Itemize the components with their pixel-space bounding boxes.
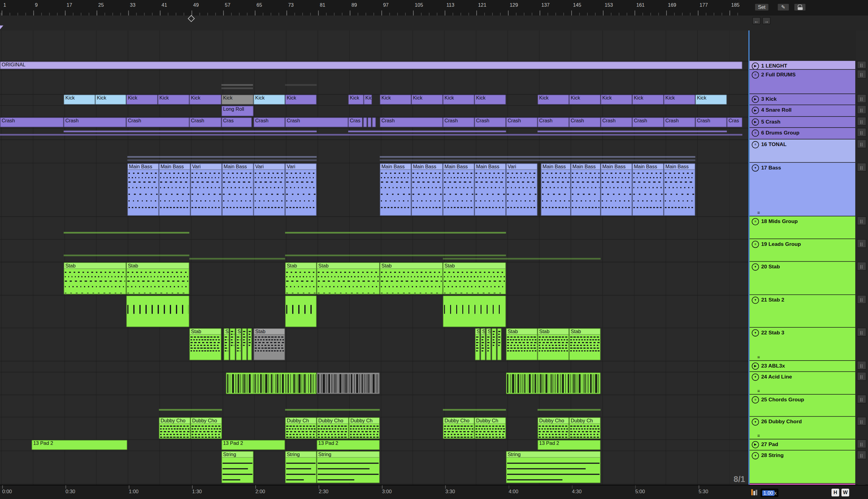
- fold-icon[interactable]: ▾: [752, 164, 759, 172]
- track-header-leads-group[interactable]: ≡19 Leads Group: [750, 239, 855, 262]
- play-icon[interactable]: ▶: [752, 96, 759, 103]
- track-lane-stab2[interactable]: [0, 295, 748, 327]
- clip-stab3[interactable]: [230, 328, 235, 360]
- lock-envelopes-button[interactable]: [794, 3, 806, 11]
- track-header-stab[interactable]: ▾20 Stab: [750, 262, 855, 295]
- track-lane-crash[interactable]: CrashCrashCrashCrashCrasCrashCrashCrasCr…: [0, 117, 748, 128]
- track-header-bass[interactable]: ▾17 Bass≡: [750, 163, 855, 216]
- clip-stab3[interactable]: Stab: [189, 328, 221, 360]
- clip-kick[interactable]: Kick: [348, 95, 364, 105]
- clip-kick[interactable]: Kick: [664, 95, 696, 105]
- group-icon[interactable]: ≡: [752, 241, 759, 248]
- track-header-drums-group[interactable]: ≡6 Drums Group: [750, 128, 855, 139]
- clip-crash[interactable]: Crash: [696, 118, 727, 127]
- clip-kick[interactable]: Kick: [569, 95, 601, 105]
- clip-string[interactable]: String: [221, 451, 254, 483]
- clip-stab3[interactable]: Stab: [254, 328, 285, 360]
- clip-kick[interactable]: Kick: [95, 95, 126, 105]
- set-locator-button[interactable]: Set: [755, 3, 769, 11]
- track-header-kick[interactable]: ▶3 Kick: [750, 94, 855, 105]
- clip-stab3[interactable]: Stab: [538, 328, 569, 360]
- track-lane-string[interactable]: StringStringStringString: [0, 451, 748, 484]
- clip-snare-roll[interactable]: Long Roll: [221, 106, 254, 116]
- clip-crash[interactable]: Crash: [126, 118, 189, 127]
- track-lane-acid-line[interactable]: [0, 372, 748, 394]
- track-header-snare-roll[interactable]: ▶4 Snare Roll: [750, 105, 855, 117]
- track-grip[interactable]: [857, 163, 867, 172]
- clip-stab3[interactable]: [492, 328, 496, 360]
- clip-stab[interactable]: Stab: [443, 262, 506, 294]
- track-lane-tonal[interactable]: [0, 139, 748, 162]
- clip-stab3[interactable]: Stab: [569, 328, 601, 360]
- clip-kick[interactable]: Kic: [364, 95, 372, 105]
- clip-crash[interactable]: Crash: [632, 118, 664, 127]
- clip-kick[interactable]: Kick: [64, 95, 95, 105]
- clip-stab2[interactable]: [285, 295, 317, 327]
- track-grip[interactable]: [857, 128, 867, 137]
- clip-stab[interactable]: Stab: [64, 262, 126, 294]
- fold-icon[interactable]: ▾: [752, 264, 759, 271]
- clip-crash[interactable]: Crash: [569, 118, 601, 127]
- track-lane-lenght[interactable]: ORIGINAL: [0, 61, 748, 70]
- track-grip[interactable]: [857, 394, 867, 403]
- clip-crash[interactable]: Crash: [538, 118, 569, 127]
- clip-crash[interactable]: Cras: [348, 118, 362, 127]
- clip-stab[interactable]: Stab: [380, 262, 443, 294]
- play-icon[interactable]: ▶: [752, 63, 759, 70]
- clip-crash[interactable]: [367, 118, 372, 127]
- clip-pad[interactable]: 13 Pad 2: [316, 440, 379, 450]
- play-icon[interactable]: ▶: [752, 441, 759, 449]
- clip-string[interactable]: String: [316, 451, 379, 483]
- group-icon[interactable]: ≡: [752, 218, 759, 226]
- track-grip[interactable]: [857, 70, 867, 78]
- clip-dubby-chord[interactable]: Dubby Cho: [316, 417, 349, 439]
- clip-lenght[interactable]: ORIGINAL: [0, 61, 742, 69]
- clip-dubby-chord[interactable]: Dubby Ch: [474, 417, 506, 439]
- scrub-area[interactable]: ← →: [0, 15, 868, 31]
- clip-crash[interactable]: Crash: [189, 118, 221, 127]
- track-header-full-drums[interactable]: ≡2 Full DRUMS: [750, 70, 855, 94]
- clip-crash[interactable]: Cras: [727, 118, 742, 127]
- track-lane-bass[interactable]: Main BassMain BassVariMain BassVariVariM…: [0, 163, 748, 216]
- clip-stab3[interactable]: S: [224, 328, 229, 360]
- track-grip[interactable]: [857, 61, 867, 69]
- clip-dubby-chord[interactable]: Dubby Ch: [569, 417, 601, 439]
- track-grip[interactable]: [857, 328, 867, 337]
- clip-bass[interactable]: Vari: [254, 163, 285, 216]
- clip-dubby-chord[interactable]: Dubby Ch: [349, 417, 380, 439]
- clip-kick[interactable]: Kick: [380, 95, 411, 105]
- clip-dubby-chord[interactable]: Dubby Cho: [191, 417, 222, 439]
- clip-kick[interactable]: Kick: [443, 95, 474, 105]
- clip-bass[interactable]: Main Bass: [571, 163, 601, 216]
- track-header-acid-line[interactable]: ▾24 Acid Line≡: [750, 372, 855, 394]
- clip-kick[interactable]: Kick: [538, 95, 569, 105]
- track-header-crash[interactable]: ▶5 Crash: [750, 117, 855, 128]
- clip-acid-line[interactable]: [226, 373, 316, 394]
- clip-kick[interactable]: Kick: [254, 95, 285, 105]
- clip-crash[interactable]: Cras: [221, 118, 252, 127]
- track-grip[interactable]: [857, 216, 867, 225]
- track-lane-full-drums[interactable]: [0, 70, 748, 94]
- track-lane-kick[interactable]: KickKickKickKickKickKickKickKickKickKicK…: [0, 94, 748, 105]
- clip-bass[interactable]: Main Bass: [380, 163, 411, 216]
- clip-stab3[interactable]: Stab: [506, 328, 538, 360]
- track-lane-mids-group[interactable]: [0, 216, 748, 239]
- track-grip[interactable]: [857, 295, 867, 304]
- clip-bass[interactable]: Main Bass: [664, 163, 696, 216]
- track-header-lenght[interactable]: ▶1 LENGHT: [750, 61, 855, 70]
- group-icon[interactable]: ≡: [752, 396, 759, 403]
- clip-pad[interactable]: 13 Pad 2: [32, 440, 128, 450]
- fold-icon[interactable]: ▾: [752, 418, 759, 426]
- clip-stab3[interactable]: S: [486, 328, 491, 360]
- draw-mode-button[interactable]: ✎: [777, 3, 789, 11]
- track-grip[interactable]: [857, 451, 867, 460]
- track-lane-stab3[interactable]: StabSSStabSSSStabStabStab: [0, 328, 748, 361]
- clip-kick[interactable]: Kick: [189, 95, 221, 105]
- fold-icon[interactable]: ▾: [752, 452, 759, 460]
- clip-stab3[interactable]: [242, 328, 247, 360]
- clip-kick[interactable]: Kick: [632, 95, 664, 105]
- track-lane-snare-roll[interactable]: Long Roll: [0, 105, 748, 117]
- song-start-marker[interactable]: [0, 26, 3, 29]
- clip-crash[interactable]: [363, 118, 367, 127]
- clip-stab3[interactable]: [248, 328, 252, 360]
